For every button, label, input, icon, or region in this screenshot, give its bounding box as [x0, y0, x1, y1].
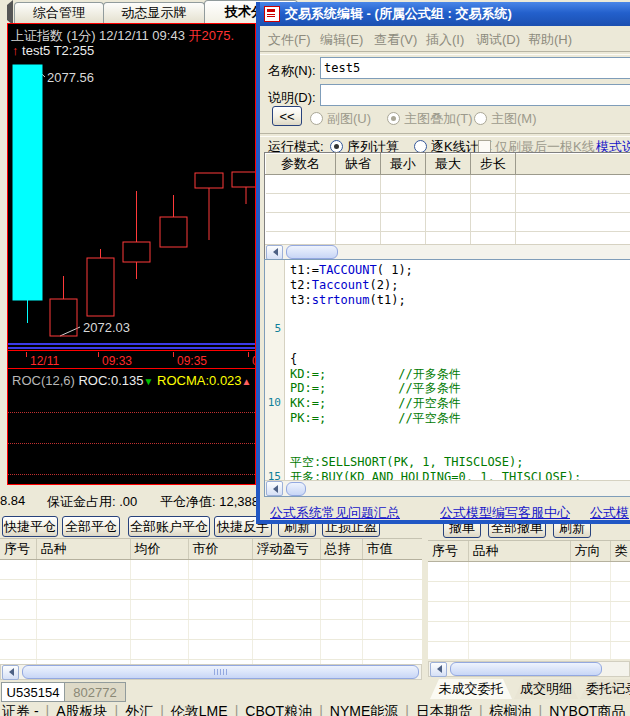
candlestick-chart-panel[interactable]: 上证指数 (1分) 12/12/11 09:43 开2075. ↑ test5 …: [7, 23, 256, 485]
menu-edit[interactable]: 编辑(E): [320, 31, 363, 49]
tab-separator: |: [235, 703, 239, 716]
tab-separator: |: [479, 703, 483, 716]
formula-model-link[interactable]: 公式模: [590, 504, 629, 522]
chart-splitter[interactable]: [8, 343, 255, 350]
scrollbar-thumb[interactable]: [286, 482, 306, 496]
collapse-button[interactable]: <<: [272, 106, 302, 126]
editor-line-numbers: 51015: [265, 260, 285, 481]
table-row: [428, 622, 630, 642]
scroll-left-icon[interactable]: [430, 662, 447, 677]
faq-link[interactable]: 公式系统常见问题汇总: [270, 504, 400, 522]
market-tab[interactable]: NYBOT商品: [549, 703, 625, 716]
code-line: 平空:SELLSHORT(PK, 1, THISCLOSE);: [290, 455, 630, 470]
status-close-net: 平仓净值: 12,388: [160, 493, 259, 511]
param-rows: [266, 175, 630, 251]
market-tab[interactable]: CBOT粮油: [245, 703, 312, 716]
axis-label: 09:33: [102, 354, 132, 368]
code-line: [290, 322, 630, 337]
table-row: [428, 602, 630, 622]
code-line: t3:strtonum(t1);: [290, 293, 630, 308]
roc-header: ROC(12,6) ROC:0.135▼ ROCMA:0.023▲: [12, 373, 251, 388]
market-tab[interactable]: 日本期货: [416, 703, 472, 716]
positions-hscrollbar[interactable]: [0, 664, 422, 680]
formula-code-editor[interactable]: 51015 t1:=TACCOUNT( 1);t2:Taccount(2);t3…: [264, 259, 630, 497]
col-header: 方向: [570, 541, 610, 562]
tab-general-management[interactable]: 综合管理: [14, 2, 104, 23]
code-line: KK:=; //开空条件: [290, 396, 630, 411]
radio-sub-chart[interactable]: 副图(U): [310, 110, 371, 128]
scrollbar-thumb[interactable]: [22, 665, 419, 679]
editor-code-area[interactable]: t1:=TACCOUNT( 1);t2:Taccount(2);t3:strto…: [286, 260, 630, 481]
trading-app: 综合管理 动态显示牌 技术分析 上证指数 (1分) 12/12/11 09:43…: [0, 0, 630, 716]
candles-svg: [8, 24, 256, 343]
quick-close-button[interactable]: 快捷平仓: [2, 516, 58, 537]
time-axis: 12/11 09:33 09:35 09: [8, 350, 255, 369]
tab-trade-details[interactable]: 成交明细: [514, 679, 578, 699]
market-tab[interactable]: 外汇: [125, 703, 153, 716]
param-hscrollbar[interactable]: [265, 244, 630, 259]
radio-main-chart[interactable]: 主图(M): [474, 110, 537, 128]
status-margin-used: 保证金占用: .00: [47, 493, 137, 511]
menu-view[interactable]: 查看(V): [374, 31, 417, 49]
menu-file[interactable]: 文件(F): [268, 31, 311, 49]
code-line: KD:=; //开多条件: [290, 367, 630, 382]
tab-scroll-left-icon[interactable]: [2, 5, 13, 20]
account-tab-u535154[interactable]: U535154: [1, 682, 65, 702]
support-link[interactable]: 公式模型编写客服中心: [440, 504, 570, 522]
code-line: PK:=; //平空条件: [290, 411, 630, 426]
tab-dynamic-board[interactable]: 动态显示牌: [103, 2, 205, 23]
scrollbar-thumb[interactable]: [286, 245, 338, 259]
table-row: [266, 194, 630, 213]
trading-system-editor-dialog: 交易系统编辑 - (所属公式组 : 交易系统) 文件(F) 编辑(E) 查看(V…: [256, 2, 630, 524]
col-header: 品种: [36, 539, 130, 560]
roc-value: ROC:0.135: [78, 373, 143, 388]
tab-order-records[interactable]: 委托记录: [580, 679, 630, 699]
col-header: 总持: [320, 539, 362, 560]
positions-table: 序号 品种 均价 市价 浮动盈亏 总持 市值: [0, 538, 422, 665]
code-line: [290, 337, 630, 352]
roc-down-arrow-icon: ▼: [144, 376, 154, 387]
table-row: [0, 560, 422, 580]
editor-hscrollbar[interactable]: [265, 480, 630, 496]
market-tab[interactable]: A股板块: [56, 703, 107, 716]
account-tab-802772[interactable]: 802772: [64, 682, 126, 702]
col-header: 市价: [188, 539, 252, 560]
radio-main-overlay[interactable]: 主图叠加(T): [387, 110, 473, 128]
scroll-left-icon[interactable]: [266, 481, 283, 496]
name-field[interactable]: [320, 57, 630, 79]
menu-help[interactable]: 帮助(H): [528, 31, 572, 49]
scroll-left-icon[interactable]: [266, 245, 283, 260]
dialog-titlebar[interactable]: 交易系统编辑 - (所属公式组 : 交易系统): [260, 2, 630, 26]
chart-symbol-time: 上证指数 (1分) 12/12/11 09:43: [11, 28, 189, 43]
description-field[interactable]: [320, 84, 630, 106]
market-tab[interactable]: 棕榈油: [490, 703, 532, 716]
table-row: [0, 580, 422, 600]
menu-insert[interactable]: 插入(I): [426, 31, 464, 49]
col-header: 市值: [362, 539, 422, 560]
table-row: [428, 562, 630, 582]
market-tab[interactable]: 伦敦LME: [171, 703, 228, 716]
radio-icon: [310, 112, 323, 125]
market-tab[interactable]: NYME能源: [330, 703, 398, 716]
orders-table: 序号 品种 方向 类: [428, 540, 630, 659]
roc-indicator-panel[interactable]: ROC(12,6) ROC:0.135▼ ROCMA:0.023▲: [8, 369, 255, 485]
market-tab[interactable]: 证券 -: [2, 703, 39, 716]
radio-selected-icon: [387, 112, 400, 125]
scrollbar-thumb[interactable]: [450, 662, 602, 676]
scroll-left-icon[interactable]: [2, 665, 19, 680]
rocma-up-arrow-icon: ▲: [242, 376, 252, 387]
col-header: 品种: [468, 541, 570, 562]
status-left-value: 8.84: [0, 493, 25, 508]
orders-hscrollbar[interactable]: [428, 661, 630, 677]
axis-label: 09:35: [177, 354, 207, 368]
col-header: 缺省: [336, 154, 381, 175]
menu-debug[interactable]: 调试(D): [476, 31, 520, 49]
tab-unfilled-orders[interactable]: 未成交委托: [430, 679, 512, 699]
close-all-accounts-button[interactable]: 全部账户平仓: [128, 516, 210, 537]
close-all-button[interactable]: 全部平仓: [62, 516, 120, 537]
col-header: 最小: [381, 154, 426, 175]
parameters-table: 参数名 缺省 最小 最大 步长: [264, 152, 630, 260]
table-row: [266, 213, 630, 232]
radio-icon: [474, 112, 487, 125]
table-row: [0, 640, 422, 660]
